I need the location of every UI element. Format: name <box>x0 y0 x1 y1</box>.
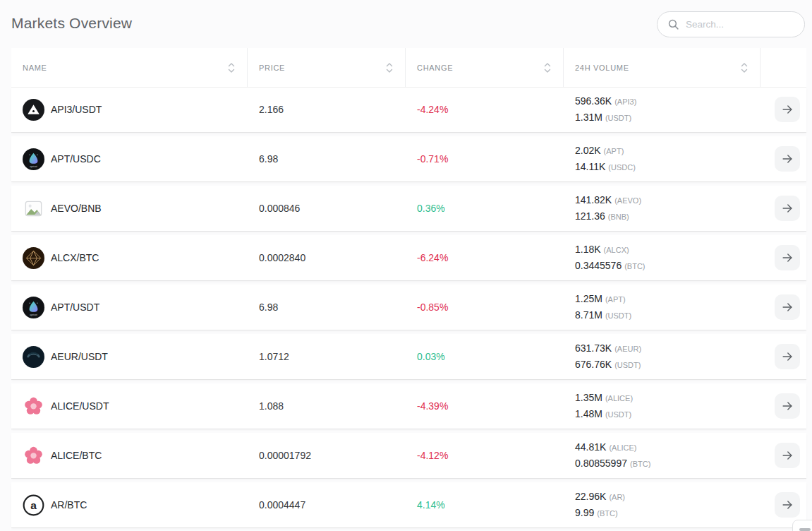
volume-base-unit: (ALICE) <box>605 394 633 402</box>
price-value: 6.98 <box>259 302 278 313</box>
change-cell: -4.39% <box>406 400 564 412</box>
action-cell <box>761 492 806 518</box>
volume-base-unit: (API3) <box>614 97 636 106</box>
action-cell <box>761 393 806 419</box>
open-market-button[interactable] <box>775 294 800 320</box>
action-cell <box>761 443 806 468</box>
volume-base-value: 631.73K <box>575 342 612 354</box>
arrow-right-icon <box>780 350 794 364</box>
column-header-label: CHANGE <box>417 64 453 72</box>
volume-quote-value: 1.31M <box>575 112 602 123</box>
price-cell: 6.98 <box>248 153 406 165</box>
volume-cell: 22.96K(AR) 9.99(BTC) <box>564 489 761 521</box>
pair-label: API3/USDT <box>51 104 102 115</box>
table-row: ALICE/BTC 0.00001792 -4.12% 44.81K(ALICE… <box>11 433 806 478</box>
price-cell: 1.0712 <box>248 351 406 362</box>
sort-icon[interactable] <box>227 62 236 73</box>
volume-base-value: 1.18K <box>575 244 601 255</box>
pair-label: ALCX/BTC <box>51 252 99 263</box>
price-cell: 0.0002840 <box>248 252 406 263</box>
column-header-label: 24H VOLUME <box>575 64 629 72</box>
action-cell <box>761 196 806 221</box>
table-row: ALICE/USDT 1.088 -4.39% 1.35M(ALICE) 1.4… <box>11 383 806 429</box>
open-market-button[interactable] <box>775 443 800 468</box>
sort-icon[interactable] <box>543 62 552 73</box>
table-row: apricot APT/USDC 6.98 -0.71% 2.02K(APT) … <box>11 136 806 181</box>
market-name-cell[interactable]: AEVO/BNB <box>11 198 248 220</box>
open-market-button[interactable] <box>775 344 800 369</box>
market-name-cell[interactable]: apricot APT/USDT <box>11 297 248 318</box>
market-name-cell[interactable]: ALICE/USDT <box>11 395 248 417</box>
volume-base-unit: (AEUR) <box>614 345 641 353</box>
open-market-button[interactable] <box>775 146 800 172</box>
change-value: 4.14% <box>417 499 445 511</box>
price-cell: 0.00001792 <box>248 450 406 461</box>
arrow-right-icon <box>780 201 794 215</box>
price-value: 0.0004447 <box>259 499 305 511</box>
change-cell: 0.03% <box>406 351 564 362</box>
volume-base-value: 2.02K <box>575 145 601 156</box>
table-header: NAMEPRICECHANGE24H VOLUME <box>11 48 806 87</box>
markets-table: NAMEPRICECHANGE24H VOLUME API3/USDT 2.16… <box>11 48 806 531</box>
volume-cell: 596.36K(API3) 1.31M(USDT) <box>564 93 761 126</box>
action-cell <box>761 294 806 320</box>
volume-quote-unit: (BTC) <box>597 509 617 518</box>
search-icon <box>667 18 679 30</box>
market-name-cell[interactable]: a AR/BTC <box>11 494 248 516</box>
change-value: -0.71% <box>417 153 448 165</box>
change-value: 0.03% <box>417 351 445 362</box>
arrow-right-icon <box>780 251 794 265</box>
arrow-right-icon <box>780 102 794 117</box>
table-row: API3/USDT 2.166 -4.24% 596.36K(API3) 1.3… <box>11 87 806 132</box>
price-cell: 6.98 <box>248 302 406 313</box>
open-market-button[interactable] <box>775 245 800 270</box>
search-box[interactable] <box>657 11 805 37</box>
volume-base-unit: (APT) <box>605 295 626 304</box>
table-row: AEUR/USDT 1.0712 0.03% 631.73K(AEUR) 676… <box>11 334 806 379</box>
open-market-button[interactable] <box>775 492 800 518</box>
column-header-name[interactable]: NAME <box>11 48 248 87</box>
table-row: a AR/BTC 0.0004447 4.14% 22.96K(AR) 9.99… <box>11 482 806 527</box>
column-header-24h-volume[interactable]: 24H VOLUME <box>564 48 761 87</box>
change-value: -6.24% <box>417 252 448 263</box>
arrow-right-icon <box>780 152 794 166</box>
open-market-button[interactable] <box>775 196 800 221</box>
price-value: 0.000846 <box>259 203 300 214</box>
alice-flower-icon <box>23 395 44 417</box>
volume-quote-value: 8.71M <box>575 309 602 321</box>
volume-quote-unit: (USDT) <box>605 311 631 320</box>
change-value: 0.36% <box>417 203 445 214</box>
column-header-price[interactable]: PRICE <box>248 48 406 87</box>
price-value: 2.166 <box>259 104 284 115</box>
aeur-logo-icon <box>23 346 44 368</box>
search-input[interactable] <box>686 19 811 30</box>
volume-base-unit: (AR) <box>609 493 625 501</box>
volume-quote-unit: (USDT) <box>605 410 631 419</box>
action-cell <box>761 245 806 270</box>
price-value: 6.98 <box>259 153 278 165</box>
volume-base-value: 141.82K <box>575 194 612 205</box>
column-header-change[interactable]: CHANGE <box>406 48 564 87</box>
volume-quote-unit: (USDT) <box>614 361 641 369</box>
volume-base-value: 596.36K <box>575 95 612 107</box>
volume-quote-unit: (USDT) <box>605 114 631 122</box>
change-cell: 0.36% <box>406 203 564 214</box>
market-name-cell[interactable]: apricot APT/USDC <box>11 148 248 170</box>
arrow-right-icon <box>780 498 794 512</box>
change-value: -4.12% <box>417 450 448 461</box>
sort-icon[interactable] <box>740 62 749 73</box>
volume-cell: 2.02K(APT) 14.11K(USDC) <box>564 143 761 175</box>
table-row: AEVO/BNB 0.000846 0.36% 141.82K(AEVO) 12… <box>11 186 806 231</box>
open-market-button[interactable] <box>775 393 800 419</box>
market-name-cell[interactable]: AEUR/USDT <box>11 346 248 368</box>
market-name-cell[interactable]: API3/USDT <box>11 99 248 121</box>
market-name-cell[interactable]: ALICE/BTC <box>11 445 248 467</box>
volume-cell: 1.25M(APT) 8.71M(USDT) <box>564 291 761 323</box>
alcx-logo-icon <box>23 247 44 269</box>
sort-icon[interactable] <box>385 62 394 73</box>
table-row: ALCX/BTC 0.0002840 -6.24% 1.18K(ALCX) 0.… <box>11 235 806 280</box>
market-name-cell[interactable]: ALCX/BTC <box>11 247 248 269</box>
svg-text:a: a <box>30 499 37 511</box>
open-market-button[interactable] <box>775 97 800 122</box>
volume-cell: 44.81K(ALICE) 0.80855997(BTC) <box>564 439 761 472</box>
